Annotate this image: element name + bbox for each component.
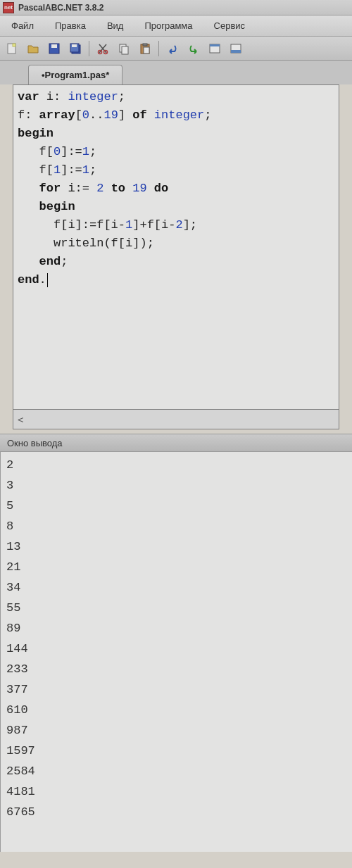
output-line: 55	[6, 598, 346, 618]
output-line: 610	[6, 700, 346, 720]
output-line: 2	[6, 455, 346, 475]
svg-rect-12	[143, 44, 147, 46]
code-line: var i: integer;	[18, 88, 334, 106]
code-line: begin	[18, 125, 334, 143]
menu-program[interactable]: Программа	[137, 18, 199, 34]
paste-icon	[139, 42, 151, 55]
menu-file[interactable]: Файл	[4, 18, 41, 34]
paste-button[interactable]	[136, 39, 154, 58]
code-line: f[1]:=1;	[18, 161, 334, 180]
code-line: end;	[18, 253, 334, 271]
code-line: end.	[18, 271, 334, 289]
menu-edit[interactable]: Правка	[48, 18, 93, 34]
code-line: f[0]:=1;	[18, 143, 334, 161]
tab-program1[interactable]: •Program1.pas*	[28, 65, 122, 84]
app-icon: net	[3, 2, 14, 13]
code-line: for i:= 2 to 19 do	[18, 180, 334, 198]
copy-button[interactable]	[115, 39, 133, 58]
svg-rect-15	[210, 44, 220, 46]
output-line: 5	[6, 496, 346, 516]
output-line: 2584	[6, 761, 346, 781]
svg-rect-13	[144, 47, 149, 54]
panel2-icon	[230, 42, 242, 55]
output-line: 34	[6, 577, 346, 598]
output-line: 233	[6, 659, 346, 679]
output-line: 4181	[6, 781, 346, 802]
window-titlebar: net PascalABC.NET 3.8.2	[0, 0, 352, 15]
output-panel[interactable]: 2358132134558914423337761098715972584418…	[0, 452, 352, 852]
copy-icon	[118, 42, 130, 55]
save-button[interactable]	[45, 39, 63, 58]
output-line: 89	[6, 618, 346, 639]
redo-icon	[187, 42, 200, 55]
app-title: PascalABC.NET 3.8.2	[18, 3, 103, 13]
svg-rect-1	[13, 44, 15, 46]
toolbar-separator	[158, 41, 159, 56]
output-line: 21	[6, 557, 346, 577]
code-line: f[i]:=f[i-1]+f[i-2];	[18, 216, 334, 234]
save-all-button[interactable]	[66, 39, 84, 58]
output-line: 8	[6, 516, 346, 536]
code-editor[interactable]: var i: integer;f: array[0..19] of intege…	[13, 84, 339, 410]
cut-button[interactable]	[94, 39, 112, 58]
panel-icon	[208, 42, 221, 55]
svg-rect-6	[72, 44, 77, 47]
output-line: 1597	[6, 741, 346, 761]
toolbar-separator	[89, 41, 89, 56]
save-all-icon	[69, 42, 82, 55]
open-folder-icon	[27, 42, 39, 55]
toolbar	[0, 37, 352, 61]
svg-rect-3	[51, 44, 57, 48]
menu-bar: Файл Правка Вид Программа Сервис	[0, 15, 352, 37]
scroll-left-arrow[interactable]: <	[18, 414, 23, 425]
output-line: 6765	[6, 802, 346, 822]
open-button[interactable]	[24, 39, 42, 58]
tab-bar: •Program1.pas*	[0, 61, 352, 84]
svg-rect-17	[231, 50, 241, 53]
panel-button-1[interactable]	[206, 39, 224, 58]
output-line: 13	[6, 536, 346, 557]
text-cursor	[47, 273, 48, 287]
undo-icon	[166, 42, 179, 55]
output-line: 987	[6, 720, 346, 741]
redo-button[interactable]	[184, 39, 203, 58]
code-line: begin	[18, 198, 334, 216]
menu-service[interactable]: Сервис	[207, 18, 253, 34]
new-file-button[interactable]	[3, 39, 21, 58]
output-line: 377	[6, 679, 346, 700]
save-icon	[48, 42, 61, 55]
undo-button[interactable]	[163, 39, 182, 58]
new-file-icon	[6, 42, 18, 55]
horizontal-scroll[interactable]: <	[13, 410, 339, 429]
code-line: f: array[0..19] of integer;	[18, 106, 334, 125]
cut-icon	[96, 42, 109, 55]
output-title: Окно вывода	[7, 438, 63, 448]
output-line: 3	[6, 475, 346, 496]
svg-rect-10	[122, 46, 128, 54]
output-panel-header: Окно вывода	[0, 434, 352, 452]
output-line: 144	[6, 639, 346, 659]
code-line: writeln(f[i]);	[18, 234, 334, 253]
menu-view[interactable]: Вид	[100, 18, 131, 34]
panel-button-2[interactable]	[227, 39, 245, 58]
